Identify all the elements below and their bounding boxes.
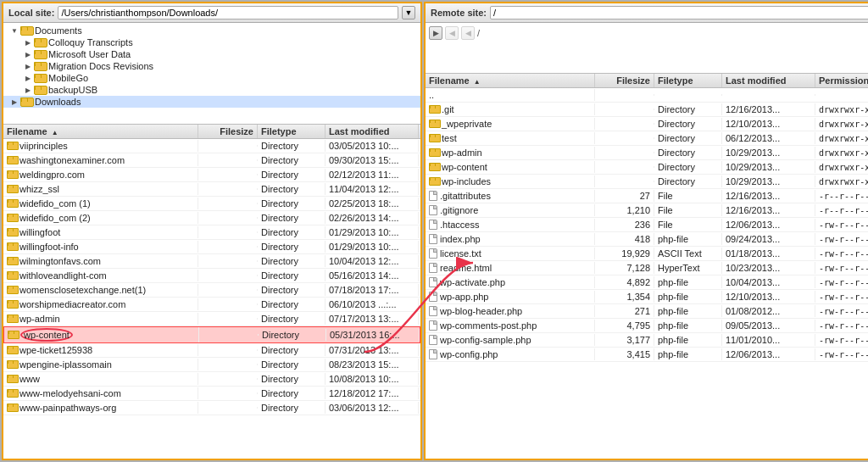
right-file-row[interactable]: wp-blog-header.php271php-file01/08/2012.… — [426, 304, 868, 319]
right-filename-label: .htaccess — [440, 220, 479, 230]
right-file-perms-cell: -rw-r--r-- — [815, 220, 868, 231]
local-path-dropdown-btn[interactable]: ▼ — [402, 6, 415, 19]
right-file-rows-container: ...gitDirectory12/16/2013...drwxrwxr-x_w… — [426, 88, 868, 362]
left-file-name-cell: wp-admin — [3, 313, 198, 325]
left-file-row[interactable]: wp-adminDirectory07/17/2013 13:... — [3, 312, 420, 326]
right-file-row[interactable]: .gitattributes27File12/16/2013...-r--r--… — [426, 189, 868, 203]
right-file-mod-cell: 12/10/2013... — [722, 291, 815, 303]
filename-label: widefido_com (2) — [19, 213, 91, 223]
right-file-row[interactable]: wp-app.php1,354php-file12/10/2013...-rw-… — [426, 290, 868, 304]
right-file-mod-cell: 12/10/2013... — [722, 118, 815, 130]
right-col-lastmod[interactable]: Last modified — [722, 74, 815, 87]
left-file-row[interactable]: widefido_com (2)Directory02/26/2013 14:.… — [3, 211, 420, 225]
local-site-path-input[interactable] — [58, 6, 398, 19]
right-file-row[interactable]: wp-config-sample.php3,177php-file11/01/2… — [426, 333, 868, 348]
right-file-size-cell — [595, 152, 654, 153]
right-file-perms-cell: -rw-r--r-- — [815, 335, 868, 346]
tree-toggle-backupusb[interactable]: ▶ — [24, 86, 32, 94]
right-nav-back-btn[interactable]: ◀ — [445, 26, 459, 40]
right-file-row[interactable]: .. — [426, 88, 868, 103]
left-file-type-cell: Directory — [258, 373, 326, 385]
left-file-row[interactable]: wpengine-iplassomainDirectory08/23/2013 … — [3, 358, 420, 372]
left-file-row[interactable]: www-painpathways-orgDirectory03/06/2013 … — [3, 401, 420, 415]
filename-label: wilmingtonfavs.com — [19, 256, 101, 266]
right-file-row[interactable]: wp-comments-post.php4,795php-file09/05/2… — [426, 319, 868, 333]
right-file-row[interactable]: index.php418php-file09/24/2013...-rw-r--… — [426, 232, 868, 247]
right-file-perms-cell — [815, 94, 868, 96]
right-file-type-cell: php-file — [654, 334, 722, 346]
tree-item-documents[interactable]: ▼ Documents — [3, 25, 420, 36]
right-file-row[interactable]: readme.html7,128HyperText10/23/2013...-r… — [426, 261, 868, 276]
tree-label-microsoft: Microsoft User Data — [48, 49, 131, 59]
tree-item-downloads[interactable]: ▶ Downloads — [3, 96, 420, 108]
left-file-row[interactable]: worshipmediacreator.comDirectory06/10/20… — [3, 298, 420, 312]
left-col-filesize[interactable]: Filesize — [198, 125, 258, 138]
left-file-mod-cell: 01/29/2013 10:... — [326, 226, 419, 238]
tree-toggle-downloads[interactable]: ▶ — [10, 97, 19, 106]
right-nav-forward-btn[interactable]: ▶ — [429, 26, 442, 40]
right-file-row[interactable]: wp-config.php3,415php-file12/06/2013...-… — [426, 348, 868, 362]
tree-item-backupusb[interactable]: ▶ backupUSB — [3, 84, 420, 96]
tree-toggle-microsoft[interactable]: ▶ — [24, 50, 32, 58]
left-col-lastmod[interactable]: Last modified — [326, 125, 419, 138]
left-file-row[interactable]: washingtonexaminer.comDirectory09/30/201… — [3, 153, 420, 168]
left-file-row[interactable]: withloveandlight-comDirectory05/16/2013 … — [3, 269, 420, 283]
right-file-row[interactable]: .htaccess236File12/06/2013...-rw-r--r-- — [426, 218, 868, 232]
left-file-row[interactable]: www-melodyehsani-comDirectory12/18/2012 … — [3, 387, 420, 401]
left-file-type-cell: Directory — [258, 344, 326, 356]
left-file-mod-cell: 02/25/2013 18:... — [326, 198, 419, 209]
left-file-row[interactable]: willingfootDirectory01/29/2013 10:... — [3, 225, 420, 240]
right-file-row[interactable]: wp-activate.php4,892php-file10/04/2013..… — [426, 276, 868, 290]
left-file-size-cell — [198, 407, 258, 409]
right-file-mod-cell: 11/01/2010... — [722, 334, 815, 346]
right-col-permissions[interactable]: Permissions — [815, 74, 868, 87]
left-col-filename[interactable]: Filename ▲ — [3, 125, 198, 138]
left-file-row[interactable]: viiprinciplesDirectory03/05/2013 10:... — [3, 139, 420, 153]
tree-item-microsoft[interactable]: ▶ Microsoft User Data — [3, 48, 420, 60]
tree-toggle-colloquy[interactable]: ▶ — [24, 38, 32, 47]
left-file-mod-cell: 05/16/2013 14:... — [326, 270, 419, 281]
right-file-row[interactable]: wp-includesDirectory10/29/2013...drwxrwx… — [426, 175, 868, 189]
tree-item-migration[interactable]: ▶ Migration Docs Revisions — [3, 60, 420, 72]
right-file-row[interactable]: testDirectory06/12/2013...drwxrwxr-x — [426, 131, 868, 146]
right-col-filetype[interactable]: Filetype — [654, 74, 722, 87]
left-file-row[interactable]: womensclosetexchange.net(1)Directory07/1… — [3, 283, 420, 298]
left-col-filetype[interactable]: Filetype — [258, 125, 326, 138]
tree-toggle-mobilego[interactable]: ▶ — [24, 74, 32, 82]
right-file-row[interactable]: wp-adminDirectory10/29/2013...drwxrwxr-x — [426, 146, 868, 160]
left-file-mod-cell: 07/18/2013 17:... — [326, 284, 419, 296]
left-file-row[interactable]: whizz_sslDirectory11/04/2013 12:... — [3, 182, 420, 197]
left-file-row[interactable]: weldingpro.comDirectory02/12/2013 11:... — [3, 168, 420, 182]
left-file-row[interactable]: wwwDirectory10/08/2013 10:... — [3, 372, 420, 387]
left-file-row[interactable]: wp-contentDirectory05/31/2013 16:... — [3, 326, 420, 343]
right-file-name-cell: wp-admin — [426, 147, 595, 159]
left-file-size-cell — [198, 318, 258, 320]
left-file-type-cell: Directory — [258, 284, 326, 296]
tree-label-mobilego: MobileGo — [48, 73, 88, 83]
remote-site-path-input[interactable] — [490, 6, 868, 19]
tree-toggle-migration[interactable]: ▶ — [24, 62, 32, 70]
left-file-row[interactable]: wpe-ticket125938Directory07/31/2013 13:.… — [3, 343, 420, 358]
tree-toggle-documents[interactable]: ▼ — [10, 26, 19, 35]
right-file-list: Filename ▲ Filesize Filetype Last modifi… — [426, 74, 868, 459]
folder-icon — [7, 271, 17, 280]
tree-item-colloquy[interactable]: ▶ Colloquy Transcripts — [3, 36, 420, 48]
right-pane-header: Remote site: ▼ — [426, 3, 868, 23]
filename-label: weldingpro.com — [19, 170, 85, 180]
right-nav-up-btn[interactable]: ◀ — [461, 26, 475, 40]
right-col-filesize[interactable]: Filesize — [595, 74, 654, 87]
right-file-row[interactable]: .gitDirectory12/16/2013...drwxrwxr-x — [426, 103, 868, 117]
left-file-row[interactable]: willingfoot-infoDirectory01/29/2013 10:.… — [3, 240, 420, 254]
right-file-row[interactable]: wp-contentDirectory10/29/2013...drwxrwxr… — [426, 160, 868, 175]
tree-item-mobilego[interactable]: ▶ MobileGo — [3, 72, 420, 84]
right-file-row[interactable]: .gitignore1,210File12/16/2013...-r--r--r… — [426, 203, 868, 218]
right-file-name-cell: wp-content — [426, 161, 595, 173]
left-file-row[interactable]: widefido_com (1)Directory02/25/2013 18:.… — [3, 197, 420, 211]
right-file-row[interactable]: _wpeprivateDirectory12/10/2013...drwxrwx… — [426, 117, 868, 131]
right-col-filename[interactable]: Filename ▲ — [426, 74, 595, 87]
remote-site-label: Remote site: — [431, 8, 487, 18]
right-file-row[interactable]: license.txt19,929ASCII Text01/18/2013...… — [426, 247, 868, 261]
left-file-row[interactable]: wilmingtonfavs.comDirectory10/04/2013 12… — [3, 254, 420, 269]
right-filename-label: wp-comments-post.php — [440, 320, 537, 331]
right-filename-label: .. — [429, 90, 434, 100]
